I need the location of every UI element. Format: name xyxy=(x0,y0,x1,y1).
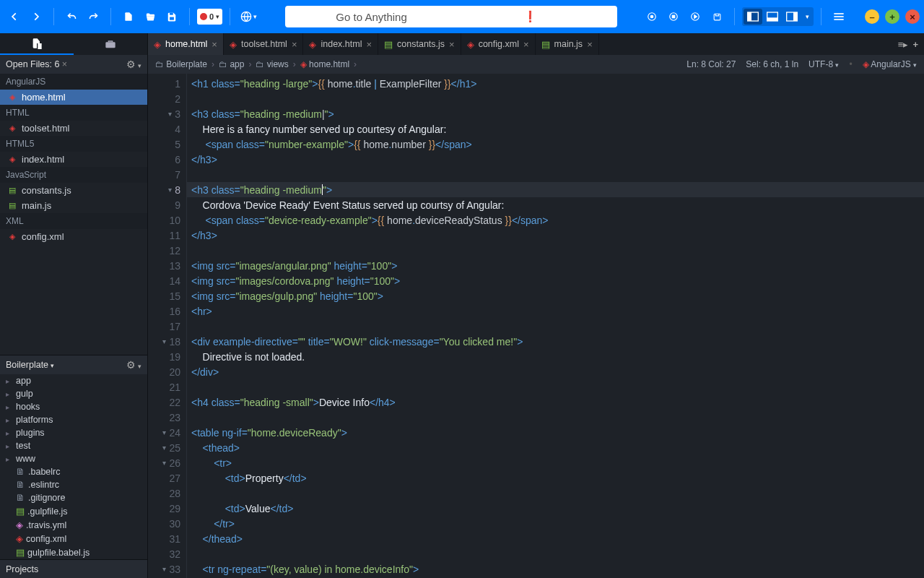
tree-file[interactable]: ◈.travis.yml xyxy=(0,518,147,532)
code-line[interactable]: <thead> xyxy=(187,440,924,455)
gutter-line[interactable]: 31 xyxy=(148,531,186,546)
project-settings-icon[interactable]: ⚙ ▾ xyxy=(126,359,141,371)
open-file-item[interactable]: ◈index.html xyxy=(0,152,147,167)
tree-folder[interactable]: ▸app xyxy=(0,374,147,387)
encoding-selector[interactable]: UTF-8 ▾ xyxy=(808,59,839,69)
tree-file[interactable]: ▤gulpfile.babel.js xyxy=(0,545,147,559)
code-line[interactable] xyxy=(187,379,924,394)
panel-dropdown[interactable]: ▾ xyxy=(802,9,812,25)
close-tab-icon[interactable]: × xyxy=(292,39,297,50)
play-macro-button[interactable] xyxy=(685,7,705,27)
expand-icon[interactable]: ▸ xyxy=(6,416,13,424)
gutter-line[interactable]: ▾24 xyxy=(148,425,186,440)
tree-file[interactable]: 🗎.eslintrc xyxy=(0,478,147,491)
gutter-line[interactable]: 4 xyxy=(148,121,186,137)
gutter-line[interactable]: 16 xyxy=(148,303,186,319)
code-editor[interactable]: 12▾34567▾891011121314151617▾181920212223… xyxy=(148,74,924,578)
gutter-line[interactable]: 2 xyxy=(148,91,186,106)
code-line[interactable]: <img src="images/angular.png" height="10… xyxy=(187,258,924,273)
code-line[interactable] xyxy=(187,410,924,425)
left-panel-toggle[interactable] xyxy=(744,9,762,25)
code-line[interactable]: Directive is not loaded. xyxy=(187,349,924,364)
file-tab[interactable]: ◈home.html× xyxy=(148,33,224,55)
expand-icon[interactable]: ▸ xyxy=(6,429,13,437)
open-file-item[interactable]: ▤main.js xyxy=(0,198,147,213)
open-file-item[interactable]: ▤constants.js xyxy=(0,183,147,198)
gutter-line[interactable]: 6 xyxy=(148,152,186,167)
tree-folder[interactable]: ▸platforms xyxy=(0,413,147,426)
tree-folder[interactable]: ▸gulp xyxy=(0,387,147,400)
code-line[interactable]: Cordova 'Device Ready' Event Status serv… xyxy=(187,197,924,212)
code-line[interactable]: </h3> xyxy=(187,152,924,167)
sidebar-tab-files[interactable] xyxy=(0,33,74,55)
gutter-line[interactable]: 21 xyxy=(148,379,186,394)
redo-button[interactable] xyxy=(83,7,103,27)
window-minimize-button[interactable]: – xyxy=(865,9,879,24)
tree-folder[interactable]: ▸plugins xyxy=(0,426,147,439)
code-line[interactable]: <img src="images/cordova.png" height="10… xyxy=(187,273,924,288)
tree-file[interactable]: 🗎.gitignore xyxy=(0,491,147,504)
gutter-line[interactable]: 28 xyxy=(148,486,186,501)
code-line[interactable] xyxy=(187,319,924,334)
file-tab[interactable]: ◈toolset.html× xyxy=(224,33,304,55)
stop-macro-button[interactable] xyxy=(663,7,684,27)
open-file-item[interactable]: ◈config.xml xyxy=(0,229,147,244)
gutter-line[interactable]: 20 xyxy=(148,364,186,379)
close-tab-icon[interactable]: × xyxy=(523,39,529,50)
nav-back-button[interactable] xyxy=(4,7,25,27)
project-header[interactable]: Boilerplate ▾ ⚙ ▾ xyxy=(0,355,147,374)
close-tab-icon[interactable]: × xyxy=(212,39,217,50)
gutter-line[interactable]: 19 xyxy=(148,349,186,364)
gutter-line[interactable]: 17 xyxy=(148,319,186,334)
code-line[interactable]: <h4 class="heading -small">Device Info</… xyxy=(187,394,924,410)
language-selector[interactable]: ◈ AngularJS ▾ xyxy=(863,59,917,69)
projects-panel-header[interactable]: Projects xyxy=(0,559,147,578)
gutter-line[interactable]: 9 xyxy=(148,197,186,212)
new-file-button[interactable] xyxy=(118,7,139,27)
tab-list-button[interactable]: ≡▸ xyxy=(898,39,909,50)
fold-icon[interactable]: ▾ xyxy=(165,186,172,194)
macro-record-button[interactable]: 0▾ xyxy=(197,7,222,27)
tree-file[interactable]: 🗎.babelrc xyxy=(0,465,147,478)
gutter-line[interactable]: ▾18 xyxy=(148,334,186,349)
gutter-line[interactable]: 29 xyxy=(148,501,186,516)
breadcrumb-item[interactable]: ◈ home.html xyxy=(300,59,349,69)
fold-icon[interactable]: ▾ xyxy=(159,428,166,436)
code-line[interactable]: </tr> xyxy=(187,516,924,531)
fold-icon[interactable]: ▾ xyxy=(159,444,166,452)
expand-icon[interactable]: ▸ xyxy=(6,403,13,411)
file-tab[interactable]: ▤constants.js× xyxy=(378,33,461,55)
browser-preview-button[interactable]: ▾ xyxy=(237,7,260,27)
gutter-line[interactable]: 13 xyxy=(148,258,186,273)
open-files-settings-icon[interactable]: ⚙ ▾ xyxy=(126,59,141,70)
close-tab-icon[interactable]: × xyxy=(587,39,593,50)
file-tab[interactable]: ◈index.html× xyxy=(303,33,378,55)
code-line[interactable]: <td>Value</td> xyxy=(187,501,924,516)
close-tab-icon[interactable]: × xyxy=(449,39,455,50)
gutter-line[interactable]: ▾25 xyxy=(148,440,186,455)
expand-icon[interactable]: ▸ xyxy=(6,377,13,385)
record-macro-button[interactable] xyxy=(642,7,662,27)
open-file-item[interactable]: ◈toolset.html xyxy=(0,121,147,136)
tree-folder[interactable]: ▸www xyxy=(0,452,147,465)
gutter-line[interactable]: 32 xyxy=(148,546,186,561)
code-line[interactable] xyxy=(187,91,924,106)
window-close-button[interactable]: × xyxy=(905,9,920,24)
code-line[interactable]: <h1 class="heading -large">{{ home.title… xyxy=(187,76,924,91)
gutter-line[interactable]: 5 xyxy=(148,137,186,152)
code-line[interactable]: <div example-directive="" title="WOW!" c… xyxy=(187,334,924,349)
code-line[interactable]: <h3 class="heading -medium"> xyxy=(187,182,924,197)
fold-icon[interactable]: ▾ xyxy=(159,337,166,345)
gutter-line[interactable]: 12 xyxy=(148,243,186,258)
bottom-panel-toggle[interactable] xyxy=(763,9,782,25)
close-tab-icon[interactable]: × xyxy=(366,39,372,50)
fold-icon[interactable]: ▾ xyxy=(165,110,172,118)
window-maximize-button[interactable]: + xyxy=(885,9,899,24)
gutter-line[interactable]: ▾3 xyxy=(148,106,186,121)
code-line[interactable]: <img src="images/gulp.png" height="100"> xyxy=(187,288,924,303)
gutter-line[interactable]: 11 xyxy=(148,228,186,243)
new-tab-button[interactable]: + xyxy=(912,39,918,50)
gutter-line[interactable]: 1 xyxy=(148,76,186,91)
breadcrumb-item[interactable]: 🗀 Boilerplate xyxy=(155,59,207,69)
gutter-line[interactable]: ▾8 xyxy=(148,182,186,197)
